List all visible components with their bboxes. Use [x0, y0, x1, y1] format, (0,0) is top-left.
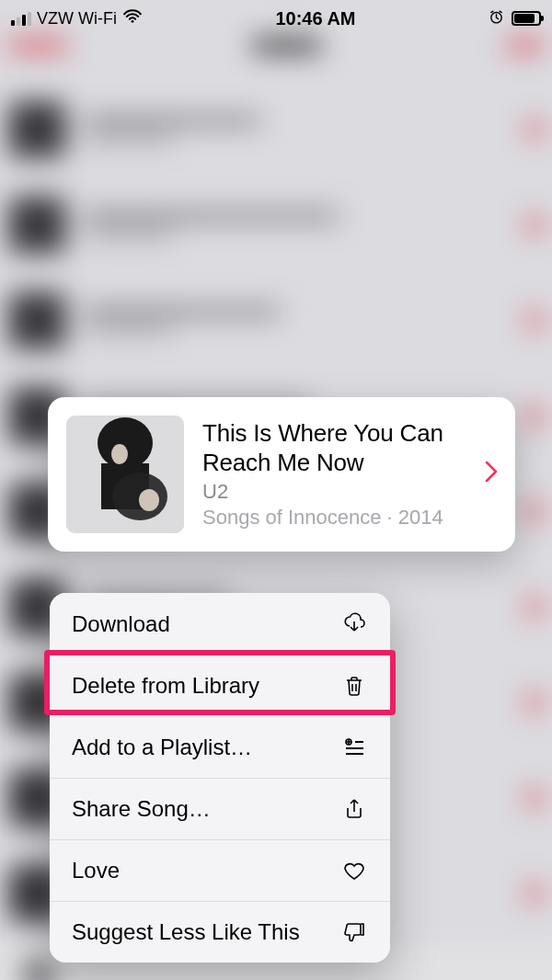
menu-label: Download [72, 611, 170, 637]
add-to-playlist-icon [340, 735, 368, 759]
svg-point-0 [132, 19, 134, 22]
menu-label: Add to a Playlist… [72, 735, 252, 760]
menu-item-share[interactable]: Share Song… [50, 778, 390, 839]
menu-item-love[interactable]: Love [50, 839, 390, 901]
context-menu: Download Delete from Library Add to a Pl… [50, 593, 390, 963]
battery-icon [512, 11, 541, 26]
song-title: This Is Where You Can Reach Me Now [202, 419, 462, 477]
song-artist: U2 [202, 480, 462, 504]
trash-icon [340, 674, 368, 698]
alarm-icon [489, 9, 504, 28]
wifi-icon [122, 9, 143, 28]
menu-item-delete[interactable]: Delete from Library [50, 655, 390, 716]
svg-point-7 [139, 489, 159, 511]
cloud-download-icon [340, 612, 368, 636]
menu-item-download[interactable]: Download [50, 593, 390, 655]
song-preview-card[interactable]: This Is Where You Can Reach Me Now U2 So… [48, 397, 515, 552]
menu-label: Suggest Less Like This [72, 919, 300, 945]
menu-label: Delete from Library [72, 673, 259, 699]
menu-item-suggest-less[interactable]: Suggest Less Like This [50, 901, 390, 963]
svg-point-6 [111, 444, 128, 464]
status-bar: VZW Wi-Fi 10:46 AM [0, 0, 552, 37]
heart-icon [340, 859, 368, 883]
thumbs-down-icon [340, 920, 368, 944]
share-icon [340, 797, 368, 821]
signal-bars-icon [11, 12, 31, 26]
menu-item-add-playlist[interactable]: Add to a Playlist… [50, 716, 390, 778]
song-album: Songs of Innocence · 2014 [202, 506, 462, 530]
chevron-right-icon[interactable] [480, 459, 499, 490]
menu-label: Love [72, 858, 120, 883]
clock: 10:46 AM [275, 8, 355, 29]
carrier-label: VZW Wi-Fi [37, 9, 117, 28]
album-art [66, 416, 184, 533]
menu-label: Share Song… [72, 796, 211, 822]
